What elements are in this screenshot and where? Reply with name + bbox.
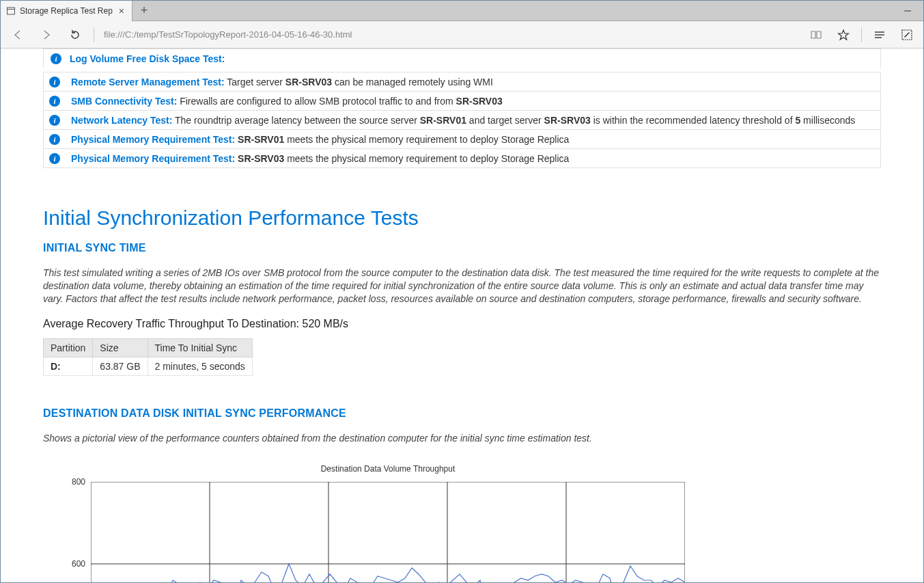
refresh-button[interactable] [62,23,88,46]
titlebar: Storage Replica Test Rep × + [1,1,923,21]
table-row: i Network Latency Test: The roundtrip av… [44,111,881,130]
section-heading: Initial Synchronization Performance Test… [43,206,881,230]
browser-tab[interactable]: Storage Replica Test Rep × [1,1,132,21]
test-name: Remote Server Management Test: [71,77,225,87]
test-name: Network Latency Test: [71,115,172,126]
favorite-icon[interactable] [831,23,856,46]
test-name: Physical Memory Requirement Test: [71,153,235,164]
reading-view-icon[interactable] [804,23,828,46]
table-row: i Physical Memory Requirement Test: SR-S… [44,149,881,168]
page-icon [6,6,16,16]
toolbar: file:///C:/temp/TestSrTopologyReport-201… [1,21,923,49]
web-note-icon[interactable] [895,23,919,46]
chart-title: Destination Data Volume Throughput [91,464,685,474]
info-icon: i [49,153,60,164]
address-bar[interactable]: file:///C:/temp/TestSrTopologyReport-201… [100,29,801,40]
sync-time-table: Partition Size Time To Initial Sync D: 6… [43,338,253,376]
page-content: i Log Volume Free Disk Space Test: i Rem… [1,49,923,582]
y-tick: 800 [72,477,85,487]
hub-icon[interactable] [867,23,892,46]
info-icon: i [51,53,61,64]
new-tab-button[interactable]: + [132,1,156,21]
info-icon: i [49,77,60,87]
description-text: Shows a pictorial view of the performanc… [43,432,881,445]
forward-button[interactable] [33,23,59,46]
minimize-button[interactable] [892,1,923,21]
col-header: Partition [44,338,93,357]
svg-rect-7 [91,482,685,582]
toolbar-divider [94,27,94,42]
svg-rect-0 [8,8,15,14]
subsection-heading: INITIAL SYNC TIME [43,242,881,254]
table-row: i Physical Memory Requirement Test: SR-S… [44,130,881,149]
col-header: Time To Initial Sync [148,338,252,357]
throughput-chart: Destination Data Volume Throughput 800 6… [43,464,881,582]
chart-svg [91,482,685,582]
test-row-cutoff: i Log Volume Free Disk Space Test: [43,49,881,68]
test-name: Physical Memory Requirement Test: [71,134,235,145]
throughput-metric: Average Recovery Traffic Throughput To D… [43,318,881,330]
y-tick: 600 [72,559,85,569]
test-name: SMB Connectivity Test: [71,96,177,107]
subsection-heading: DESTINATION DATA DISK INITIAL SYNC PERFO… [43,407,881,420]
requirements-table: i Remote Server Management Test: Target … [43,72,881,168]
info-icon: i [49,115,60,126]
back-button[interactable] [5,23,31,46]
table-row: D: 63.87 GB 2 minutes, 5 seconds [44,357,253,375]
tab-title: Storage Replica Test Rep [20,6,113,16]
description-text: This test simulated writing a series of … [43,267,881,306]
col-header: Size [93,338,148,357]
close-tab-icon[interactable]: × [117,5,126,16]
info-icon: i [49,96,60,107]
test-name: Log Volume Free Disk Space Test: [70,53,225,64]
table-row: i Remote Server Management Test: Target … [44,72,881,92]
info-icon: i [49,134,60,145]
table-row: i SMB Connectivity Test: Firewalls are c… [44,92,881,111]
toolbar-divider [861,27,862,42]
